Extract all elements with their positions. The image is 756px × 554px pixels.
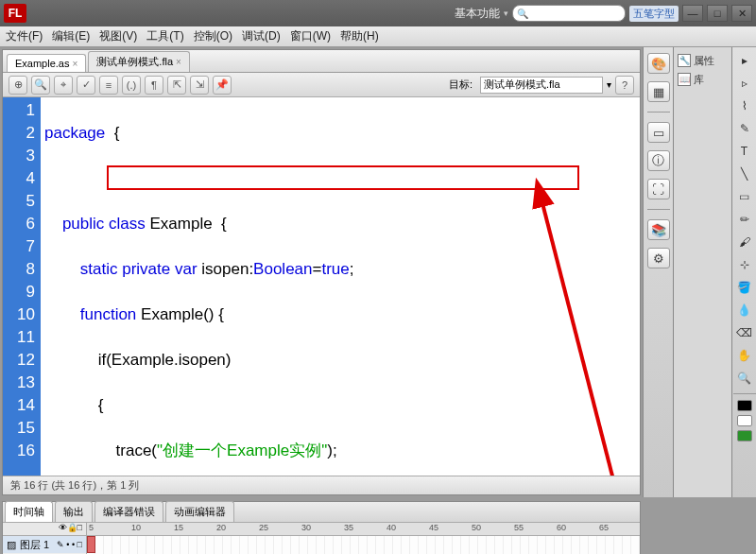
frame-mark: 55 [512, 523, 555, 535]
lock-icon[interactable]: 🔒 [67, 523, 77, 535]
line-num: 11 [5, 326, 35, 349]
bucket-tool-icon[interactable]: 🪣 [735, 278, 754, 297]
format-icon[interactable]: ≡ [99, 76, 118, 95]
selection-tool-icon[interactable]: ▸ [735, 51, 754, 70]
bone-tool-icon[interactable]: ⊹ [735, 255, 754, 274]
minimize-button[interactable]: — [682, 5, 703, 22]
stroke-swatch[interactable] [737, 400, 752, 411]
line-num: 9 [5, 281, 35, 303]
menu-debug[interactable]: 调试(D) [242, 28, 281, 44]
work-area: Example.as× 测试单例模式.fla× ⊕ 🔍 ⌖ ✓ ≡ (.) ¶ … [0, 47, 756, 497]
menu-edit[interactable]: 编辑(E) [52, 28, 90, 44]
frame-mark: 35 [342, 523, 385, 535]
bracket-icon[interactable]: (.) [122, 76, 141, 95]
layer-row[interactable]: ▨图层 1✎ • • □ [3, 536, 86, 553]
transform-panel-icon[interactable]: ⛶ [647, 179, 670, 199]
panel-tab-label: 属性 [694, 54, 714, 68]
code-token: trace( [44, 441, 157, 459]
menu-file[interactable]: 文件(F) [6, 28, 43, 44]
str-token: "创建一个Example实例" [157, 441, 327, 459]
maximize-button[interactable]: □ [707, 5, 728, 22]
workspace-dropdown-icon[interactable]: ▾ [504, 9, 508, 18]
line-num: 13 [5, 372, 35, 394]
menu-window[interactable]: 窗口(W) [290, 28, 331, 44]
outline-icon[interactable]: □ [77, 523, 82, 535]
ime-chip: 五笔字型 [629, 6, 679, 22]
color-panel-icon[interactable]: 🎨 [647, 53, 670, 74]
line-num: 12 [5, 349, 35, 372]
help-icon[interactable]: ? [615, 76, 634, 95]
kw-static-private-var: static private var [44, 260, 201, 278]
fill-swatch[interactable] [737, 415, 752, 426]
separator [733, 393, 756, 394]
align-panel-icon[interactable]: ▭ [647, 122, 670, 143]
tab-example-as[interactable]: Example.as× [7, 54, 86, 72]
frame-mark: 20 [215, 523, 257, 535]
frames-area[interactable]: 5 10 15 20 25 30 35 40 45 50 55 60 65 [87, 523, 640, 554]
app-logo: FL [4, 4, 26, 23]
document-tabs: Example.as× 测试单例模式.fla× [3, 50, 640, 73]
target-select[interactable] [480, 77, 603, 94]
library-panel-icon[interactable]: 📚 [647, 219, 670, 240]
code-token: isopen: [201, 260, 253, 278]
layer-list: 👁 🔒 □ ▨图层 1✎ • • □ [3, 523, 87, 554]
menu-control[interactable]: 控制(O) [194, 28, 232, 44]
eye-icon[interactable]: 👁 [59, 523, 67, 535]
brush-tool-icon[interactable]: 🖌 [735, 233, 754, 251]
expand-icon[interactable]: ⇲ [190, 76, 209, 95]
swap-swatch[interactable] [737, 430, 752, 441]
hand-tool-icon[interactable]: ✋ [735, 346, 754, 365]
separator [647, 112, 670, 113]
panel-tab-library[interactable]: 📖库 [678, 70, 728, 89]
tab-compiler-errors[interactable]: 编译器错误 [94, 501, 163, 522]
workspace-label[interactable]: 基本功能 [455, 6, 500, 22]
rect-tool-icon[interactable]: ▭ [735, 187, 754, 206]
menu-tools[interactable]: 工具(T) [146, 28, 183, 44]
snippet-icon[interactable]: ¶ [145, 76, 163, 95]
menu-view[interactable]: 视图(V) [99, 28, 137, 44]
code-text[interactable]: package { public class Example { static … [41, 97, 640, 476]
close-icon[interactable]: × [72, 59, 77, 69]
close-button[interactable]: ✕ [731, 5, 752, 22]
code-editor[interactable]: 1 2 3 4 5 6 7 8 9 10 11 12 13 14 15 16 p… [3, 97, 640, 476]
pen-tool-icon[interactable]: ✎ [735, 119, 754, 138]
add-icon[interactable]: ⊕ [9, 76, 27, 95]
subselect-tool-icon[interactable]: ▹ [735, 74, 754, 93]
tab-fla[interactable]: 测试单例模式.fla× [88, 51, 190, 72]
playhead[interactable] [87, 536, 95, 553]
eyedropper-tool-icon[interactable]: 💧 [735, 301, 754, 320]
collapse-icon[interactable]: ⇱ [167, 76, 186, 95]
target-label: 目标: [449, 78, 472, 92]
components-panel-icon[interactable]: ⚙ [647, 248, 670, 268]
close-icon[interactable]: × [176, 57, 181, 67]
line-gutter: 1 2 3 4 5 6 7 8 9 10 11 12 13 14 15 16 [3, 97, 41, 476]
info-panel-icon[interactable]: ⓘ [647, 150, 670, 171]
frame-mark: 30 [300, 523, 342, 535]
frame-mark: 65 [597, 523, 640, 535]
target-icon[interactable]: ⌖ [54, 76, 73, 95]
editor-status: 第 16 行 (共 16 行)，第 1 列 [3, 476, 640, 494]
tab-output[interactable]: 输出 [55, 501, 93, 522]
tab-timeline[interactable]: 时间轴 [5, 501, 53, 522]
menu-help[interactable]: 帮助(H) [340, 28, 379, 44]
swatches-panel-icon[interactable]: ▦ [647, 81, 670, 102]
line-num: 14 [5, 394, 35, 417]
frame-mark: 5 [87, 523, 129, 535]
eraser-tool-icon[interactable]: ⌫ [735, 323, 754, 342]
panel-tab-properties[interactable]: 🔧属性 [678, 51, 728, 70]
line-num: 7 [5, 235, 35, 258]
search-input[interactable]: 🔍 [512, 5, 626, 22]
line-tool-icon[interactable]: ╲ [735, 164, 754, 183]
pin-icon[interactable]: 📌 [213, 76, 232, 95]
check-icon[interactable]: ✓ [77, 76, 95, 95]
bottom-tabs: 时间轴 输出 编译器错误 动画编辑器 [3, 502, 640, 523]
pencil-tool-icon[interactable]: ✏ [735, 210, 754, 229]
panel-dock: 🎨 ▦ ▭ ⓘ ⛶ 📚 ⚙ [643, 47, 673, 497]
zoom-tool-icon[interactable]: 🔍 [735, 369, 754, 388]
chevron-down-icon[interactable]: ▾ [607, 79, 611, 90]
text-tool-icon[interactable]: T [735, 142, 754, 161]
lasso-tool-icon[interactable]: ⌇ [735, 96, 754, 115]
find-icon[interactable]: 🔍 [31, 76, 50, 95]
tab-motion-editor[interactable]: 动画编辑器 [165, 501, 234, 522]
books-icon: 📖 [678, 73, 691, 86]
